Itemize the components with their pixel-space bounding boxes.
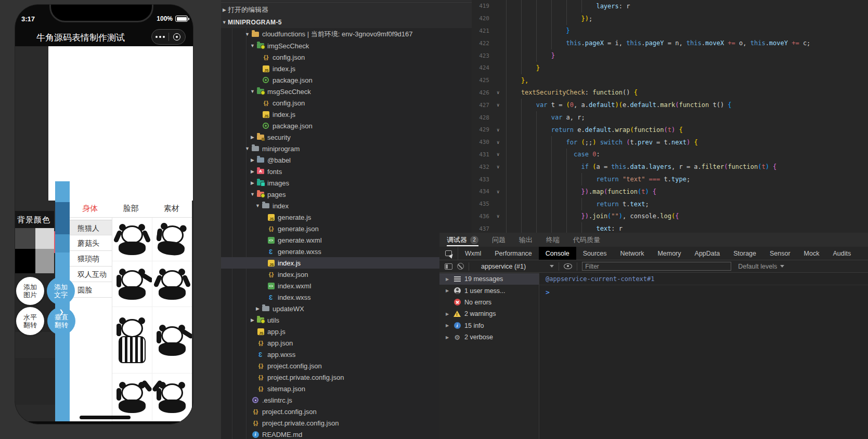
tree-item-sitemap.json[interactable]: {.}sitemap.json xyxy=(221,383,472,394)
code-line-424[interactable]: 424} xyxy=(472,62,868,74)
eye-icon[interactable] xyxy=(564,263,572,269)
devtools-tab-mock[interactable]: Mock xyxy=(797,247,826,260)
tree-item-utils[interactable]: ▶utils xyxy=(221,314,472,326)
tree-item-index.js[interactable]: JSindex.js xyxy=(221,257,472,269)
tree-item-pages[interactable]: ▼pages xyxy=(221,189,472,200)
devtools-tab-wxml[interactable]: Wxml xyxy=(458,247,488,260)
console-group-list[interactable]: ▶19 messages xyxy=(439,273,539,285)
tree-item-app.json[interactable]: {.}app.json xyxy=(221,337,472,349)
inspect-element-button[interactable] xyxy=(439,247,458,260)
sticker-tab-素材[interactable]: 素材 xyxy=(151,199,192,217)
code-line-437[interactable]: 437text: r xyxy=(472,222,868,233)
sticker-item[interactable] xyxy=(152,218,192,261)
clear-console-icon[interactable] xyxy=(457,263,464,270)
tree-item-index.js[interactable]: JSindex.js xyxy=(221,63,472,74)
fold-chevron-icon[interactable]: ∨ xyxy=(497,164,506,169)
tree-item-generate.wxml[interactable]: <>generate.wxml xyxy=(221,234,472,246)
code-line-429[interactable]: 429∨return e.default.wrap(function(t) { xyxy=(472,124,868,136)
console-group-error[interactable]: No errors xyxy=(439,297,539,308)
tree-item-imgSecCheck[interactable]: ▼imgSecCheck xyxy=(221,40,472,51)
devtools-tab-console[interactable]: Console xyxy=(539,247,576,260)
tree-item-index.json[interactable]: {.}index.json xyxy=(221,269,472,280)
code-line-432[interactable]: 432∨if (a = this.data.layers, r = a.filt… xyxy=(472,161,868,173)
tree-item-app.wxss[interactable]: 3app.wxss xyxy=(221,349,472,360)
devtools-tab-memory[interactable]: Memory xyxy=(651,247,688,260)
category-item[interactable]: 猥琐萌 xyxy=(70,251,112,267)
fold-chevron-icon[interactable]: ∨ xyxy=(497,140,506,145)
code-line-421[interactable]: 421} xyxy=(472,25,868,37)
sticker-item[interactable] xyxy=(112,374,152,421)
tree-item-security[interactable]: ▶security xyxy=(221,131,472,143)
capsule-menu[interactable] xyxy=(151,29,186,45)
tree-item-index.wxss[interactable]: 3index.wxss xyxy=(221,291,472,303)
debugger-tab-输出[interactable]: 输出 xyxy=(519,233,533,247)
devtools-tab-appdata[interactable]: AppData xyxy=(688,247,727,260)
tree-item-project.private.config.json[interactable]: {.}project.private.config.json xyxy=(221,417,472,429)
code-line-427[interactable]: 427∨var t = (0, a.default)(e.default.mar… xyxy=(472,99,868,111)
color-swatch[interactable] xyxy=(15,249,35,273)
code-line-420[interactable]: 420}); xyxy=(472,12,868,25)
tree-item-config.json[interactable]: {.}config.json xyxy=(221,97,472,109)
fold-chevron-icon[interactable]: ∨ xyxy=(497,90,506,95)
fold-chevron-icon[interactable]: ∨ xyxy=(497,102,506,108)
code-line-431[interactable]: 431∨case 0: xyxy=(472,149,868,161)
sticker-item[interactable] xyxy=(112,307,152,373)
log-levels-select[interactable]: Default levels xyxy=(738,263,784,270)
category-item[interactable]: 蘑菇头 xyxy=(70,235,112,251)
more-dots-icon[interactable] xyxy=(152,36,169,38)
tree-item-@babel[interactable]: ▶@babel xyxy=(221,154,472,166)
filter-input[interactable] xyxy=(582,262,731,271)
add-text-button[interactable]: 添加文字 xyxy=(47,277,75,305)
tree-item-.eslintrc.js[interactable]: .eslintrc.js xyxy=(221,394,472,406)
tree-item-fonts[interactable]: ▶Afonts xyxy=(221,166,472,177)
sticker-item[interactable] xyxy=(112,218,152,261)
tree-item-generate.js[interactable]: JSgenerate.js xyxy=(221,211,472,223)
code-editor[interactable]: 419layers: r420});421}422this.pageX = i,… xyxy=(472,0,868,233)
flip-vertical-button[interactable]: ❯垂直翻转 xyxy=(47,307,75,335)
devtools-tab-network[interactable]: Network xyxy=(614,247,651,260)
context-link[interactable]: @appservice-current-context#1 xyxy=(546,275,655,283)
tree-item-README.md[interactable]: iREADME.md xyxy=(221,429,472,439)
tree-item-project.private.config.json[interactable]: {.}project.private.config.json xyxy=(221,371,472,383)
debugger-tab-代码质量[interactable]: 代码质量 xyxy=(573,233,600,247)
color-swatch[interactable] xyxy=(35,228,54,249)
sticker-tab-脸部[interactable]: 脸部 xyxy=(110,199,151,217)
tree-item-generate.json[interactable]: {.}generate.json xyxy=(221,223,472,234)
context-select[interactable]: appservice (#1) xyxy=(474,263,554,270)
target-icon[interactable] xyxy=(169,33,186,41)
category-item[interactable]: 熊猫人 xyxy=(70,220,112,235)
code-line-435[interactable]: 435return t.text; xyxy=(472,198,868,210)
sidebar-toggle-icon[interactable] xyxy=(445,263,452,270)
tree-item-project.config.json[interactable]: {.}project.config.json xyxy=(221,360,472,371)
project-header[interactable]: ▼ MINIPROGRAM-5 xyxy=(221,16,472,28)
code-line-428[interactable]: 428var a, r; xyxy=(472,111,868,124)
sticker-tab-身体[interactable]: 身体 xyxy=(70,199,110,217)
devtools-tab-sources[interactable]: Sources xyxy=(576,247,614,260)
devtools-tab-storage[interactable]: Storage xyxy=(727,247,763,260)
code-line-434[interactable]: 434∨}).map(function(t) { xyxy=(472,185,868,198)
tree-item-generate.wxss[interactable]: 3generate.wxss xyxy=(221,246,472,257)
code-line-425[interactable]: 425}, xyxy=(472,74,868,87)
sticker-item[interactable] xyxy=(152,307,192,373)
tree-item-miniprogram[interactable]: ▼miniprogram xyxy=(221,143,472,154)
tree-item-config.json[interactable]: {.}config.json xyxy=(221,51,472,63)
color-swatch[interactable] xyxy=(15,228,35,249)
tree-item-package.json[interactable]: package.json xyxy=(221,120,472,131)
color-swatch[interactable] xyxy=(35,249,54,273)
code-line-436[interactable]: 436∨}).join(""), console.log({ xyxy=(472,210,868,223)
tree-item-package.json[interactable]: package.json xyxy=(221,74,472,86)
tree-item-index[interactable]: ▼index xyxy=(221,200,472,211)
fold-chevron-icon[interactable]: ∨ xyxy=(497,127,506,132)
devtools-tab-audits[interactable]: Audits xyxy=(826,247,858,260)
console-group-verbose[interactable]: ▶⚙2 verbose xyxy=(439,331,539,343)
tree-item-msgSecCheck[interactable]: ▼msgSecCheck xyxy=(221,86,472,97)
console-group-user[interactable]: ▶1 user mess... xyxy=(439,285,539,296)
open-editors-header[interactable]: ▶ 打开的编辑器 xyxy=(221,4,472,16)
code-line-423[interactable]: 423} xyxy=(472,49,868,62)
code-line-422[interactable]: 422this.pageX = i, this.pageY = n, this.… xyxy=(472,37,868,49)
code-line-419[interactable]: 419layers: r xyxy=(472,0,868,12)
tree-item-images[interactable]: ▶images xyxy=(221,177,472,189)
tree-item-index.wxml[interactable]: <>index.wxml xyxy=(221,280,472,291)
sticker-item[interactable] xyxy=(152,261,192,307)
console-group-info[interactable]: ▶i15 info xyxy=(439,320,539,331)
